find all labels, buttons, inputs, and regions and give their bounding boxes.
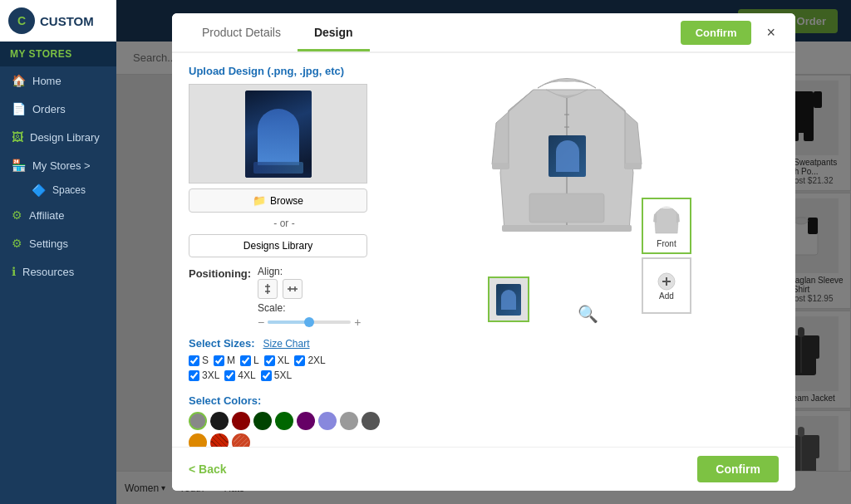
positioning-section: Positioning: Align: [189,266,380,329]
logo-text: CUSTOM [40,14,94,28]
size-check-4xl[interactable]: 4XL [224,369,255,381]
sidebar-item-affiliate[interactable]: ⚙ Affiliate [0,201,116,229]
scale-decrease-button[interactable]: − [258,316,264,329]
size-checkbox-xl[interactable] [264,355,275,366]
settings-icon: ⚙ [12,237,22,250]
sidebar-item-design-library[interactable]: 🖼 Design Library [0,123,116,151]
color-swatch-darkred[interactable] [232,412,250,430]
design-preview-image [245,91,312,178]
svg-rect-32 [625,163,642,169]
size-check-s[interactable]: S [189,355,209,366]
scale-fill [268,321,309,324]
color-swatch-darkgreen[interactable] [253,412,272,430]
sidebar-item-settings[interactable]: ⚙ Settings [0,229,116,257]
size-checkbox-5xl[interactable] [261,370,272,381]
confirm-top-button[interactable]: Confirm [681,21,752,45]
size-checkbox-4xl[interactable] [224,370,235,381]
color-swatch-lightgray[interactable] [340,412,358,430]
align-vertical-center-button[interactable] [258,279,278,299]
size-checkbox-3xl[interactable] [189,370,199,381]
color-swatch-lightblue[interactable] [318,412,337,430]
design-library-icon: 🖼 [12,130,23,144]
align-icons [258,279,361,299]
tab-design[interactable]: Design [298,16,370,51]
browse-button[interactable]: 📁 Browse [189,188,367,213]
logo-icon: C [8,7,35,34]
colors-row [189,412,380,447]
view-thumbnails: Front Add [642,198,691,314]
sidebar-item-label: Home [32,75,61,87]
orders-icon: 📄 [12,102,26,115]
home-icon: 🏠 [12,74,26,87]
back-button[interactable]: < Back [189,462,227,476]
sidebar-item-label: My Stores > [32,159,91,172]
color-swatch-pattern2[interactable] [232,433,250,447]
size-check-2xl[interactable]: 2XL [294,355,325,366]
add-view-button[interactable]: Add [642,257,691,314]
color-swatch-black[interactable] [210,412,229,430]
sidebar-item-spaces[interactable]: 🔷 Spaces [23,179,116,201]
design-modal: Product Details Design Confirm × Upload … [172,13,795,491]
add-view-label: Add [659,291,674,301]
upload-title: Upload Design (.png, .jpg, etc) [189,65,380,77]
modal-tabs: Product Details Design Confirm × [172,13,795,53]
colors-section: Select Colors: [189,394,380,447]
color-swatch-purple[interactable] [297,412,315,430]
size-checkbox-m[interactable] [214,355,224,366]
close-modal-button[interactable]: × [760,21,782,45]
sidebar: C CUSTOM MY STORES 🏠 Home 📄 Orders 🖼 Des… [0,0,116,504]
upload-right: Front Add 🔍 [396,65,779,447]
affiliate-icon: ⚙ [12,208,22,222]
folder-icon: 📁 [253,194,266,207]
sidebar-section-label: MY STORES [0,42,116,66]
color-swatch-orange[interactable] [189,433,207,447]
scale-increase-button[interactable]: + [354,316,361,329]
color-swatch-pattern1[interactable] [210,433,229,447]
spaces-icon: 🔷 [32,183,46,197]
view-front-thumb[interactable]: Front [642,198,691,254]
scale-slider[interactable] [268,321,351,324]
scale-thumb [304,317,314,327]
size-checkbox-s[interactable] [189,355,199,366]
modal-body: Upload Design (.png, .jpg, etc) 📁 B [172,53,795,447]
browse-label: Browse [270,195,303,207]
upload-section: Upload Design (.png, .jpg, etc) 📁 B [189,65,779,447]
sizes-header: Select Sizes: Size Chart [189,337,380,350]
size-checkbox-l[interactable] [240,355,251,366]
sidebar-item-home[interactable]: 🏠 Home [0,66,116,95]
scale-row: − + [258,316,361,329]
sidebar-submenu-spaces: 🔷 Spaces [0,179,116,201]
color-swatch-darkgray[interactable] [362,412,380,430]
sidebar-item-orders[interactable]: 📄 Orders [0,95,116,123]
sidebar-item-label: Orders [32,103,66,115]
modal-overlay: Product Details Design Confirm × Upload … [116,0,851,504]
size-check-3xl[interactable]: 3XL [189,369,219,381]
sidebar-item-my-stores[interactable]: 🏪 My Stores > [0,151,116,179]
upload-left: Upload Design (.png, .jpg, etc) 📁 B [189,65,380,447]
sidebar-logo: C CUSTOM [0,0,116,42]
size-check-5xl[interactable]: 5XL [261,369,292,381]
size-check-m[interactable]: M [214,355,235,366]
size-check-l[interactable]: L [240,355,259,366]
color-swatch-green[interactable] [275,412,293,430]
scale-label: Scale: [258,302,361,314]
confirm-bottom-button[interactable]: Confirm [697,456,779,482]
size-check-xl[interactable]: XL [264,355,290,366]
designs-library-button[interactable]: Designs Library [189,234,367,257]
tab-product-details[interactable]: Product Details [185,16,298,51]
sizes-row-1: S M L XL 2XL [189,355,380,366]
color-swatch-gray[interactable] [189,412,207,430]
upload-preview-area [189,84,367,183]
sidebar-item-label: Resources [22,266,74,278]
size-checkbox-2xl[interactable] [294,355,305,366]
design-arch-overlay [556,140,579,172]
zoom-button[interactable]: 🔍 [578,304,598,324]
modal-footer: < Back Confirm [172,447,795,491]
sizes-row-2: 3XL 4XL 5XL [189,369,380,381]
size-chart-link[interactable]: Size Chart [263,338,310,350]
sidebar-item-label: Settings [29,237,68,250]
sidebar-item-resources[interactable]: ℹ Resources [0,257,116,286]
sidebar-item-label: Affiliate [29,209,64,222]
sizes-title: Select Sizes: [189,337,255,350]
align-horizontal-center-button[interactable] [283,279,303,299]
